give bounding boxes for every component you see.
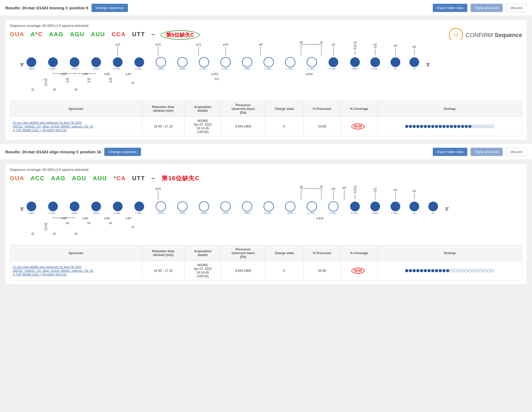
col-charge: Charge state xyxy=(265,101,304,117)
svg-text:w2: w2 xyxy=(393,188,397,191)
svg-text:OMEG: OMEG xyxy=(28,68,35,70)
col-retention: Retention timewindow (min) xyxy=(142,101,185,117)
dot-empty xyxy=(491,125,494,128)
svg-text:w15: w15 xyxy=(155,43,161,46)
charge-state-1: 3- xyxy=(265,117,304,136)
svg-text:a-B4: a-B4 xyxy=(82,73,88,76)
svg-text:≡J: ≡J xyxy=(454,33,458,37)
svg-text:a-B3: a-B3 xyxy=(61,217,67,220)
result1-export-button[interactable]: Export table data xyxy=(433,4,467,12)
svg-text:w1: w1 xyxy=(412,45,416,48)
seq2-annotation: 第16位缺失C xyxy=(162,175,200,182)
dot-empty xyxy=(450,269,453,272)
svg-point-132 xyxy=(178,201,187,211)
svg-text:a-B7: a-B7 xyxy=(126,217,131,220)
col2-pct-coverage: % Coverage xyxy=(341,245,377,261)
svg-point-138 xyxy=(242,201,252,211)
svg-text:w8: w8 xyxy=(259,43,263,46)
svg-point-61 xyxy=(350,57,360,67)
table-row-2: 21-mer oligo MSMS with optimized CE Apri… xyxy=(10,261,522,281)
result1-discard-button[interactable]: Discard xyxy=(506,3,527,12)
svg-text:z5: z5 xyxy=(320,41,323,44)
svg-text:a-B5: a-B5 xyxy=(104,73,110,76)
svg-text:w1: w1 xyxy=(412,189,416,192)
svg-text:5': 5' xyxy=(21,207,24,211)
result1-apply-button[interactable]: Apply and save xyxy=(471,4,503,12)
dot-filled xyxy=(420,125,423,128)
svg-point-45 xyxy=(178,57,187,67)
svg-text:OMEA: OMEA xyxy=(179,212,186,214)
svg-point-47 xyxy=(199,57,209,67)
svg-point-63 xyxy=(370,57,380,67)
dot-filled xyxy=(424,125,427,128)
result1-header: Results: 20-mer D1423 missing C position… xyxy=(0,0,532,16)
seq2-utt: UTT xyxy=(132,175,145,182)
svg-text:c5: c5 xyxy=(109,80,112,83)
svg-text:b3: b3 xyxy=(66,222,69,225)
charge-state-2: 3- xyxy=(265,261,304,281)
result2-discard-button[interactable]: Discard xyxy=(506,147,527,156)
dot-filled xyxy=(450,125,453,128)
svg-point-126 xyxy=(113,201,122,211)
svg-text:2'-OML...: 2'-OML... xyxy=(113,212,122,214)
pct-coverage-2: 50.00 xyxy=(341,261,377,281)
svg-text:2'-OML...: 2'-OML... xyxy=(264,68,273,70)
spectrum-anchor-2: 21-mer oligo MSMS with optimized CE Apri… xyxy=(13,265,93,276)
result2-apply-button[interactable]: Apply and save xyxy=(471,148,503,156)
svg-text:x2: x2 xyxy=(374,46,377,49)
seq2-dash: – xyxy=(152,175,155,182)
result2-export-button[interactable]: Export table data xyxy=(433,148,467,156)
result2-change-sequence-button[interactable]: Change sequence xyxy=(104,148,141,156)
dot-empty xyxy=(480,269,483,272)
dot-filled xyxy=(427,125,431,128)
dotmap-1 xyxy=(377,117,522,136)
dot-filled xyxy=(446,125,449,128)
svg-point-67 xyxy=(409,57,419,67)
svg-text:x2: x2 xyxy=(374,190,377,193)
dot-filled xyxy=(413,269,416,272)
coverage-badge-1: 80.00 xyxy=(351,123,365,129)
dot-empty xyxy=(487,269,490,272)
result2-sequence-card: Sequence coverage: 50.00% (1/1 spectra s… xyxy=(5,164,527,285)
svg-text:2'-OML...: 2'-OML... xyxy=(351,212,359,214)
seq2-agu: AGU xyxy=(72,175,86,182)
svg-point-146 xyxy=(329,201,338,211)
acquisition-2: MS/MSApr 07, 202216:14:45(+00:00) xyxy=(184,261,221,281)
spectrum-link-1[interactable]: 21-mer oligo MSMS with optimized CE Apri… xyxy=(10,117,142,136)
svg-point-134 xyxy=(199,201,209,211)
svg-text:y8: y8 xyxy=(300,41,303,44)
result1-table: Spectrum Retention timewindow (min) Acqu… xyxy=(10,101,522,136)
spectrum-link-2[interactable]: 21-mer oligo MSMS with optimized CE Apri… xyxy=(10,261,142,281)
svg-point-59 xyxy=(329,57,338,67)
svg-text:z5: z5 xyxy=(320,185,323,188)
svg-text:OMEA: OMEA xyxy=(93,68,99,70)
svg-text:w15: w15 xyxy=(155,187,161,190)
svg-point-35 xyxy=(70,57,79,67)
svg-point-148 xyxy=(350,201,360,211)
pct-precursor-1: 34.69 xyxy=(304,117,341,136)
svg-point-55 xyxy=(285,57,295,67)
dot-empty xyxy=(476,125,479,128)
dot-filled xyxy=(454,125,457,128)
pct-coverage-1: 80.00 xyxy=(341,117,377,136)
dot-empty xyxy=(457,269,460,272)
seq1-utt: UTT xyxy=(132,31,145,38)
svg-text:w2: w2 xyxy=(393,44,397,47)
dot-filled xyxy=(435,125,438,128)
seq1-c: C xyxy=(38,31,43,38)
dot-filled xyxy=(446,269,449,272)
result1-sequence-display: GUA A*C AAG AGU AUU CCA UTT – xyxy=(10,31,155,38)
svg-text:2'-OML...: 2'-OML... xyxy=(329,212,338,214)
svg-text:OMEG: OMEG xyxy=(28,212,35,214)
svg-text:3': 3' xyxy=(426,62,430,67)
dot-filled xyxy=(468,125,472,128)
svg-text:c3: c3 xyxy=(44,228,47,231)
svg-text:OMEA: OMEA xyxy=(352,68,358,70)
result1-annotation: 第5位缺失C xyxy=(161,30,200,40)
svg-text:OMEA: OMEA xyxy=(287,212,293,214)
seq1-cca: CCA xyxy=(111,31,126,38)
svg-text:d2: d2 xyxy=(53,232,56,235)
result1-change-sequence-button[interactable]: Change sequence xyxy=(92,4,128,12)
col-acquisition: Acquisitiondetails xyxy=(184,101,221,117)
confirm-logo-text: CONFIRM Sequence xyxy=(466,32,522,39)
